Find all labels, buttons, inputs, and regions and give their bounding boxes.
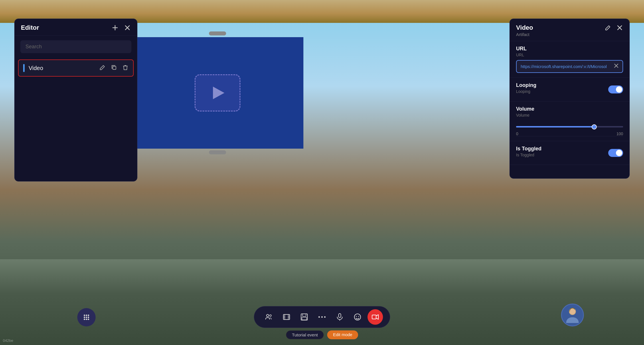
close-icon <box>125 25 130 31</box>
people-icon <box>265 313 273 321</box>
volume-slider-fill <box>516 126 594 127</box>
svg-point-16 <box>86 319 87 320</box>
prop-row-looping: Looping Looping <box>510 78 629 101</box>
prop-looping-sublabel: Looping <box>516 89 536 94</box>
toolbar-film-button[interactable] <box>279 309 294 325</box>
item-edit-icon[interactable] <box>99 64 106 72</box>
svg-point-15 <box>84 319 85 320</box>
svg-point-19 <box>270 315 271 316</box>
is-toggled-toggle[interactable] <box>608 149 623 157</box>
toolbar-more-button[interactable] <box>314 309 330 325</box>
editor-panel: Editor Video <box>14 19 137 182</box>
prop-looping-label: Looping <box>516 82 536 88</box>
svg-point-31 <box>321 316 323 318</box>
properties-title: Video <box>516 24 533 31</box>
volume-slider-section: 0 100 <box>516 122 623 136</box>
item-delete-icon[interactable] <box>122 64 129 72</box>
event-badge: Tutorial event <box>286 330 324 339</box>
svg-point-18 <box>266 314 269 317</box>
properties-edit-button[interactable] <box>604 24 612 31</box>
screen-handle-bottom <box>209 150 226 154</box>
svg-rect-38 <box>372 315 376 319</box>
avatar-button[interactable] <box>561 304 584 326</box>
editor-close-button[interactable] <box>124 24 131 31</box>
editor-add-button[interactable] <box>111 24 119 31</box>
svg-point-12 <box>84 317 85 318</box>
toolbar-record-button[interactable] <box>368 309 383 325</box>
save-icon <box>300 313 308 321</box>
svg-rect-33 <box>339 314 341 318</box>
svg-point-40 <box>570 309 575 314</box>
properties-close-button[interactable] <box>616 24 623 31</box>
svg-rect-20 <box>283 314 290 320</box>
svg-point-32 <box>324 316 326 318</box>
prop-url-sublabel: URL <box>516 53 623 57</box>
editor-header-actions <box>111 24 131 31</box>
volume-min-label: 0 <box>516 131 518 136</box>
emoji-icon <box>353 313 361 321</box>
url-input[interactable] <box>521 64 612 69</box>
item-label-video: Video <box>29 65 99 71</box>
svg-point-17 <box>88 319 89 320</box>
prop-url-label: URL <box>516 46 623 52</box>
svg-rect-28 <box>303 314 306 316</box>
video-screen <box>132 37 303 149</box>
toolbar-people-button[interactable] <box>261 309 276 325</box>
properties-header-actions <box>604 24 623 31</box>
avatar-icon <box>565 306 580 324</box>
record-icon <box>371 313 379 321</box>
grid-icon <box>82 313 90 321</box>
svg-rect-29 <box>302 317 307 320</box>
more-icon <box>318 315 326 319</box>
svg-point-30 <box>319 316 320 318</box>
item-indicator <box>23 64 25 72</box>
url-input-container <box>516 60 623 73</box>
volume-slider-track[interactable] <box>516 126 623 127</box>
prop-volume-label: Volume <box>516 106 534 112</box>
prop-section-url: URL URL <box>510 41 629 78</box>
svg-point-14 <box>88 317 89 318</box>
video-play-area <box>195 74 240 111</box>
properties-body: URL URL Looping Looping <box>510 41 629 165</box>
looping-toggle[interactable] <box>608 85 623 93</box>
svg-point-37 <box>358 316 359 317</box>
properties-title-block: Video Artifact <box>516 24 533 37</box>
svg-point-11 <box>88 315 89 316</box>
url-clear-button[interactable] <box>614 63 619 69</box>
plus-icon <box>112 25 118 31</box>
editor-title: Editor <box>21 24 39 31</box>
film-icon <box>283 313 291 321</box>
toolbar-emoji-button[interactable] <box>350 309 365 325</box>
toolbar-save-button[interactable] <box>297 309 312 325</box>
pencil-icon <box>605 25 611 31</box>
search-input[interactable] <box>20 40 131 53</box>
volume-slider-labels: 0 100 <box>516 131 623 136</box>
svg-point-10 <box>86 315 87 316</box>
prop-volume-sublabel: Volume <box>516 113 534 117</box>
volume-max-label: 100 <box>617 131 623 136</box>
svg-point-13 <box>86 317 87 318</box>
mode-badge[interactable]: Edit mode <box>327 330 358 339</box>
clear-icon <box>614 63 619 68</box>
svg-point-36 <box>356 316 357 317</box>
editor-item-video[interactable]: Video <box>18 59 134 77</box>
properties-subtitle: Artifact <box>516 32 533 37</box>
search-container <box>15 36 137 58</box>
prop-row-is-toggled: Is Toggled Is Toggled <box>510 141 629 165</box>
footer-id: 042be <box>3 338 13 343</box>
item-duplicate-icon[interactable] <box>111 64 117 72</box>
toolbar-mic-button[interactable] <box>332 309 347 325</box>
close-icon <box>617 25 623 31</box>
prop-is-toggled-sublabel: Is Toggled <box>516 153 542 157</box>
svg-rect-4 <box>113 66 116 69</box>
prop-is-toggled-label: Is Toggled <box>516 146 542 152</box>
editor-items-list: Video <box>15 58 137 79</box>
bottom-toolbar <box>254 306 390 328</box>
status-bar: Tutorial event Edit mode <box>286 330 358 339</box>
item-actions <box>99 64 129 72</box>
svg-point-9 <box>84 315 85 316</box>
screen-handle-top <box>209 31 226 35</box>
prop-row-volume: Volume Volume 0 100 <box>510 101 629 141</box>
grid-button[interactable] <box>77 308 96 326</box>
volume-slider-thumb[interactable] <box>592 124 597 129</box>
